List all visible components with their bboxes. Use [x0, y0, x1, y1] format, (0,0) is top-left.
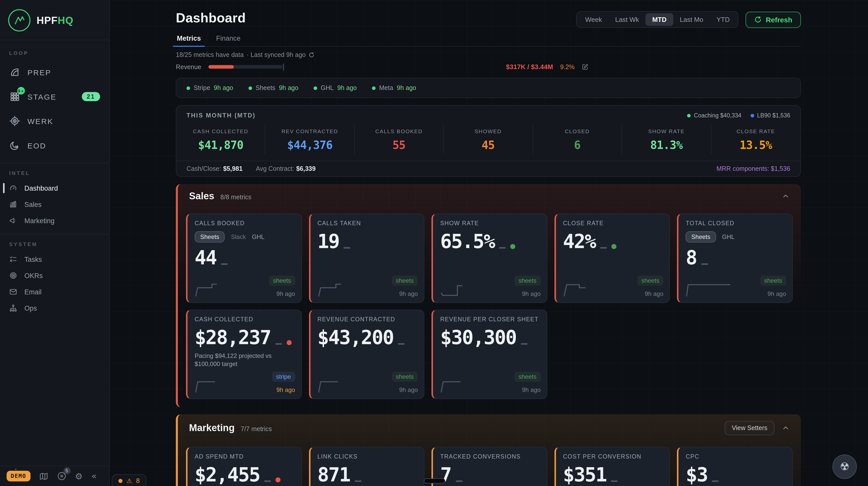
- mtd-stat-value: 45: [482, 139, 494, 151]
- sidebar-item-dashboard[interactable]: Dashboard: [0, 180, 109, 196]
- source-name: Stripe: [194, 84, 210, 92]
- metric-card[interactable]: AD SPEND MTD$2,455meta9h ago: [186, 447, 302, 486]
- section-header: Sales8/8 metrics: [178, 184, 801, 208]
- metric-card[interactable]: CALLS TAKEN19sheets9h ago: [309, 214, 424, 303]
- dismiss-all-icon[interactable]: 5: [57, 471, 66, 481]
- sparkline-chart: [317, 376, 368, 393]
- collapse-section-icon[interactable]: [782, 424, 790, 432]
- mtd-stat: CASH COLLECTED$41,870: [176, 125, 266, 155]
- metric-card[interactable]: TOTAL CLOSEDSheetsGHL8sheets9h ago: [677, 214, 793, 303]
- legend-label: Coaching $40,334: [694, 112, 741, 118]
- sidebar-item-prep[interactable]: PREP: [0, 60, 109, 84]
- debug-fab-button[interactable]: ☢: [832, 454, 857, 479]
- source-name: GHL: [321, 84, 334, 92]
- card-last-sync: 9h ago: [645, 290, 663, 297]
- tab-finance[interactable]: Finance: [215, 32, 242, 46]
- header-controls: WeekLast WkMTDLast MoYTD Refresh: [577, 11, 801, 28]
- settings-gear-icon[interactable]: ⚙: [75, 471, 83, 481]
- mtd-footer: Cash/Close:$5,981Avg Contract:$6,339 MRR…: [176, 161, 800, 176]
- source-status-ghl[interactable]: GHL9h ago: [314, 84, 357, 92]
- range-option-week[interactable]: Week: [579, 13, 609, 26]
- refresh-button[interactable]: Refresh: [746, 11, 801, 28]
- section-sales: Sales8/8 metricsCALLS BOOKEDSheetsSlackG…: [176, 184, 801, 407]
- value-trend-dash: [701, 263, 708, 265]
- nav-section-label: LOOP: [0, 43, 109, 60]
- source-ago: 9h ago: [214, 84, 233, 92]
- sidebar-item-label: EOD: [27, 141, 46, 150]
- mtd-legend: Coaching $40,334LB90 $1,536: [687, 112, 790, 118]
- mtd-stat-label: CLOSE RATE: [737, 128, 775, 134]
- card-label: CLOSE RATE: [563, 220, 662, 226]
- range-option-ytd[interactable]: YTD: [710, 13, 736, 26]
- card-label: REVENUE CONTRACTED: [317, 316, 417, 322]
- sitemap-icon: [9, 304, 17, 312]
- card-last-sync: 9h ago: [399, 290, 418, 297]
- value-status-dot: [276, 477, 281, 482]
- source-status-sheets[interactable]: Sheets9h ago: [249, 84, 298, 92]
- sidebar-item-werk[interactable]: WERK: [0, 109, 109, 133]
- sidebar-item-sales[interactable]: Sales: [0, 196, 109, 212]
- revenue-label: Revenue: [176, 63, 201, 70]
- mtd-stat-label: CALLS BOOKED: [375, 128, 423, 134]
- metric-card[interactable]: LINK CLICKS871meta9h ago: [309, 447, 424, 486]
- value-trend-dash: [265, 480, 271, 482]
- source-status-meta[interactable]: Meta9h ago: [372, 84, 416, 92]
- card-source-tabs: SheetsSlackGHL: [195, 231, 294, 242]
- sidebar-item-okrs[interactable]: OKRs: [0, 267, 109, 284]
- card-label: LINK CLICKS: [317, 453, 417, 460]
- collapse-section-icon[interactable]: [782, 192, 790, 200]
- horizontal-scrollbar-thumb[interactable]: [424, 478, 445, 483]
- metric-card[interactable]: REVENUE PER CLOSER SHEET$30,300sheets9h …: [431, 310, 547, 399]
- metric-card[interactable]: REVENUE CONTRACTED$43,200sheets9h ago: [309, 310, 424, 399]
- sidebar-item-eod[interactable]: EOD: [0, 133, 109, 158]
- collapse-sidebar-icon[interactable]: «: [91, 472, 97, 480]
- metric-card[interactable]: TRACKED CONVERSIONS7meta9h ago: [431, 447, 547, 486]
- alerts-mini-panel[interactable]: ⚠ 8: [112, 474, 146, 486]
- demo-badge[interactable]: DEMO: [7, 471, 30, 481]
- range-option-last-mo[interactable]: Last Mo: [673, 13, 710, 26]
- metric-card[interactable]: CASH COLLECTED$28,237Pacing $94,122 proj…: [186, 310, 302, 399]
- card-source-tab-sheets[interactable]: Sheets: [195, 231, 225, 242]
- metric-card[interactable]: SHOW RATE65.5%sheets9h ago: [431, 214, 547, 303]
- metric-card[interactable]: COST PER CONVERSION$351meta9h ago: [554, 447, 670, 486]
- card-source-tab-ghl[interactable]: GHL: [252, 233, 264, 240]
- value-trend-dash: [344, 247, 350, 249]
- legend-label: LB90 $1,536: [757, 112, 790, 118]
- view-setters-button[interactable]: View Setters: [725, 421, 774, 435]
- sidebar-item-stage[interactable]: 9+STAGE21: [0, 84, 109, 109]
- card-source-badge: sheets: [269, 276, 295, 286]
- card-source-tab-slack[interactable]: Slack: [231, 233, 246, 240]
- range-option-last-wk[interactable]: Last Wk: [609, 13, 646, 26]
- sidebar-item-label: PREP: [27, 68, 51, 77]
- legend-item: LB90 $1,536: [751, 112, 790, 118]
- source-status-stripe[interactable]: Stripe9h ago: [187, 84, 233, 92]
- value-trend-dash: [712, 480, 719, 482]
- map-icon[interactable]: [39, 472, 48, 481]
- range-option-mtd[interactable]: MTD: [646, 13, 673, 26]
- sidebar-item-label: OKRs: [24, 272, 43, 279]
- card-source-tabs: SheetsGHL: [686, 231, 785, 242]
- mtd-title: THIS MONTH (MTD): [187, 112, 256, 119]
- source-ago: 9h ago: [337, 84, 357, 92]
- card-source-tab-sheets[interactable]: Sheets: [686, 231, 716, 242]
- sidebar-item-marketing[interactable]: Marketing: [0, 212, 109, 229]
- card-value-row: 65.5%: [440, 232, 539, 251]
- rings-icon: [9, 271, 17, 280]
- sync-refresh-icon[interactable]: [309, 52, 315, 58]
- metric-card[interactable]: CALLS BOOKEDSheetsSlackGHL44sheets9h ago: [186, 214, 302, 303]
- gauge-icon: [9, 184, 17, 192]
- mtd-stat-value: 13.5%: [740, 139, 772, 151]
- tab-metrics[interactable]: Metrics: [176, 32, 202, 46]
- sidebar-item-tasks[interactable]: Tasks: [0, 251, 109, 267]
- sidebar-item-email[interactable]: Email: [0, 284, 109, 300]
- card-value-row: 7: [440, 465, 539, 484]
- card-source-badge: stripe: [272, 372, 295, 382]
- metric-card[interactable]: CLOSE RATE42%sheets9h ago: [554, 214, 670, 303]
- sidebar-item-ops[interactable]: Ops: [0, 300, 109, 316]
- card-value-row: 44: [195, 248, 294, 267]
- card-source-tab-ghl[interactable]: GHL: [722, 233, 735, 240]
- brand-title: HPFHQ: [37, 14, 73, 26]
- card-value-row: $3: [686, 465, 785, 484]
- metric-card[interactable]: CPC$3meta9h ago: [677, 447, 793, 486]
- edit-target-icon[interactable]: [582, 64, 588, 70]
